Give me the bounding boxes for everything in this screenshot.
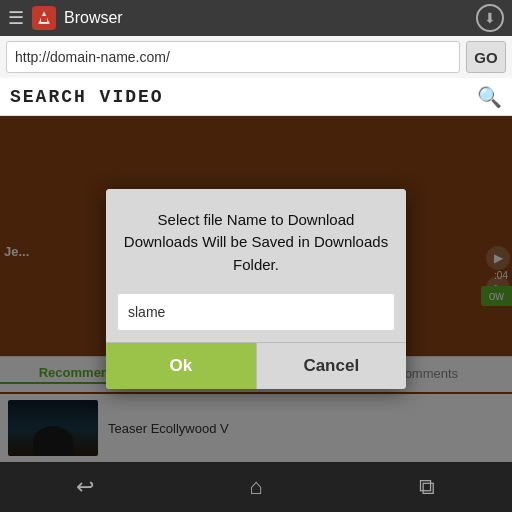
search-icon[interactable]: 🔍 [477, 85, 502, 109]
dialog: Select file Name to Download Downloads W… [106, 189, 406, 390]
bottom-nav: ↩ ⌂ ⧉ [0, 462, 512, 512]
go-button[interactable]: GO [466, 41, 506, 73]
recents-button[interactable]: ⧉ [402, 462, 452, 512]
url-input[interactable] [6, 41, 460, 73]
dialog-cancel-button[interactable]: Cancel [257, 343, 407, 389]
back-button[interactable]: ↩ [60, 462, 110, 512]
top-bar: ☰ Browser ⬇ [0, 0, 512, 36]
url-bar: GO [0, 36, 512, 78]
dialog-overlay: Select file Name to Download Downloads W… [0, 116, 512, 462]
download-button[interactable]: ⬇ [476, 4, 504, 32]
dialog-ok-button[interactable]: Ok [106, 343, 257, 389]
menu-icon[interactable]: ☰ [8, 9, 24, 27]
dialog-filename-input[interactable] [118, 294, 394, 330]
app-logo [32, 6, 56, 30]
app-title: Browser [64, 9, 468, 27]
search-label: SEARCH VIDEO [10, 87, 477, 107]
dialog-message: Select file Name to Download Downloads W… [106, 189, 406, 287]
home-button[interactable]: ⌂ [231, 462, 281, 512]
search-bar: SEARCH VIDEO 🔍 [0, 78, 512, 116]
dialog-buttons: Ok Cancel [106, 342, 406, 389]
svg-rect-1 [41, 16, 47, 22]
